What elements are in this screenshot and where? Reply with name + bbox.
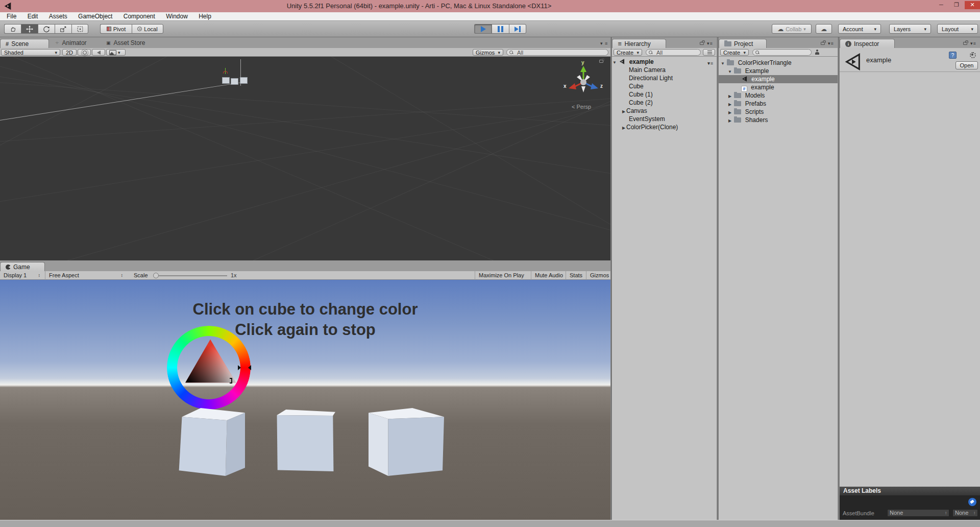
persp-label[interactable]: < Persp xyxy=(572,104,591,110)
hierarchy-item[interactable]: Directional Light xyxy=(612,74,717,82)
project-item[interactable]: ▶ Prefabs xyxy=(719,100,838,108)
tab-inspector[interactable]: i Inspector xyxy=(840,39,895,48)
local-toggle-button[interactable]: Local xyxy=(132,24,163,34)
hierarchy-item[interactable]: EventSystem xyxy=(612,115,717,123)
tab-project[interactable]: Project xyxy=(719,39,767,48)
help-book-icon[interactable]: ? xyxy=(949,52,957,59)
game-cube-center[interactable] xyxy=(275,410,335,471)
project-item[interactable]: ▶ Shaders xyxy=(719,116,838,124)
layout-dropdown[interactable]: Layout ▾ xyxy=(937,24,978,34)
account-dropdown[interactable]: Account ▾ xyxy=(838,24,881,34)
collab-button[interactable]: ☁ Collab ▾ xyxy=(772,24,812,34)
hand-tool-button[interactable] xyxy=(4,24,21,34)
close-button[interactable]: ✕ xyxy=(965,1,980,9)
rect-tool-button[interactable] xyxy=(71,24,88,34)
scene-audio-button[interactable] xyxy=(92,49,105,56)
inspector-panel-menu-icon[interactable]: ▾≡ xyxy=(970,41,976,46)
scene-gizmos-dropdown[interactable]: Gizmos ▾ xyxy=(473,49,503,56)
scene-gizmo-handle[interactable] xyxy=(223,68,228,76)
cloud-services-button[interactable]: ☁ xyxy=(816,24,832,34)
hierarchy-item[interactable]: Main Camera xyxy=(612,66,717,74)
scene-search-input[interactable]: All xyxy=(506,49,608,56)
asset-labels-header[interactable]: Asset Labels xyxy=(840,487,980,495)
project-item[interactable]: ▼ ColorPickerTriangle xyxy=(719,59,838,67)
stats-button[interactable]: Stats xyxy=(566,271,586,280)
menu-file[interactable]: File xyxy=(2,12,21,20)
scene-cube[interactable] xyxy=(222,77,230,84)
panel-divider[interactable] xyxy=(718,37,718,520)
tab-animator[interactable]: ⁘ Animator xyxy=(55,39,87,46)
scene-cube[interactable] xyxy=(240,77,248,84)
game-gizmos-dropdown[interactable]: Gizmos ▾ xyxy=(586,271,610,280)
hierarchy-item[interactable]: Cube (1) xyxy=(612,90,717,99)
hierarchy-item[interactable]: ▶Canvas xyxy=(612,107,717,115)
2d-label: 2D xyxy=(66,50,73,56)
pivot-toggle-button[interactable]: Pivot xyxy=(100,24,132,34)
hierarchy-item[interactable]: Cube (2) xyxy=(612,99,717,107)
toggle-2d-button[interactable]: 2D xyxy=(62,49,77,56)
hierarchy-scene-row[interactable]: ▼ example ▾≡ xyxy=(612,58,717,66)
aspect-dropdown[interactable]: Free Aspect ↕ xyxy=(45,271,127,280)
scene-cube[interactable] xyxy=(231,78,238,85)
project-item-selected[interactable]: example xyxy=(719,75,838,83)
orientation-gizmo[interactable]: y x z xyxy=(560,64,606,103)
tab-asset-store[interactable]: ▣ Asset Store xyxy=(106,39,145,46)
scene-lighting-button[interactable] xyxy=(78,49,91,56)
menu-window[interactable]: Window xyxy=(161,12,192,20)
tab-scene[interactable]: # Scene xyxy=(0,39,49,48)
panel-divider[interactable] xyxy=(839,37,839,520)
panel-divider[interactable] xyxy=(611,37,611,520)
rotate-tool-button[interactable] xyxy=(38,24,55,34)
label-tag-icon[interactable] xyxy=(968,498,976,506)
move-tool-button[interactable] xyxy=(21,24,38,34)
scene-viewport[interactable]: y x z < Persp xyxy=(0,57,610,260)
scene-panel-menu-icon[interactable]: ▾ ≡ xyxy=(600,41,608,46)
menu-gameobject[interactable]: GameObject xyxy=(74,12,117,20)
scene-effects-dropdown[interactable]: ▾ xyxy=(106,49,126,56)
hierarchy-panel-menu-icon[interactable]: ▾≡ xyxy=(707,41,713,46)
display-dropdown[interactable]: Display 1 ↕ xyxy=(0,271,44,280)
lock-icon[interactable] xyxy=(700,42,704,45)
project-item[interactable]: ▼ Example xyxy=(719,67,838,75)
hierarchy-sort-button[interactable] xyxy=(703,49,715,56)
gear-icon[interactable] xyxy=(969,51,976,58)
hierarchy-item[interactable]: ▶ColorPicker(Clone) xyxy=(612,123,717,131)
project-create-dropdown[interactable]: Create ▾ xyxy=(720,49,749,56)
game-cube-right[interactable] xyxy=(369,408,444,476)
hierarchy-item[interactable]: Cube xyxy=(612,82,717,90)
menu-help[interactable]: Help xyxy=(194,12,216,20)
menu-assets[interactable]: Assets xyxy=(44,12,72,20)
hierarchy-search-input[interactable]: All xyxy=(646,49,701,56)
menu-edit[interactable]: Edit xyxy=(23,12,43,20)
layers-dropdown[interactable]: Layers ▾ xyxy=(889,24,931,34)
tab-hierarchy[interactable]: ≣ Hierarchy xyxy=(612,39,666,48)
project-item[interactable]: ▶ Scripts xyxy=(719,108,838,116)
tab-game[interactable]: Game xyxy=(0,262,45,271)
maximize-on-play-button[interactable]: Maximize On Play xyxy=(475,271,528,280)
scale-slider-knob[interactable] xyxy=(153,273,159,278)
foldout-closed-icon[interactable]: ▶ xyxy=(621,124,626,132)
minimize-button[interactable]: ─ xyxy=(934,1,948,9)
project-item[interactable]: ▶ Models xyxy=(719,91,838,100)
scale-slider-track[interactable] xyxy=(153,275,227,276)
hierarchy-create-dropdown[interactable]: Create ▾ xyxy=(614,49,642,56)
step-button[interactable] xyxy=(509,24,526,34)
assetbundle-dropdown[interactable]: None ↕ xyxy=(887,509,949,517)
project-panel-menu-icon[interactable]: ▾≡ xyxy=(828,41,834,46)
shaded-dropdown[interactable]: Shaded ▾ xyxy=(1,49,60,56)
maximize-button[interactable]: ❐ xyxy=(949,1,964,9)
scale-tool-button[interactable] xyxy=(55,24,71,34)
lock-icon[interactable] xyxy=(963,42,967,45)
project-search-input[interactable] xyxy=(752,49,812,56)
mute-audio-button[interactable]: Mute Audio xyxy=(531,271,567,280)
pause-button[interactable] xyxy=(492,24,509,34)
variant-dropdown[interactable]: None ↕ xyxy=(952,509,978,517)
game-viewport[interactable]: Click on cube to change color Click agai… xyxy=(0,280,610,520)
open-button[interactable]: Open xyxy=(955,61,978,69)
foldout-closed-icon[interactable]: ▶ xyxy=(727,117,732,125)
play-button[interactable] xyxy=(474,24,492,34)
project-item[interactable]: # example xyxy=(719,83,838,91)
menu-component[interactable]: Component xyxy=(119,12,160,20)
lock-icon[interactable] xyxy=(821,42,825,45)
game-cube-left[interactable] xyxy=(170,408,245,476)
